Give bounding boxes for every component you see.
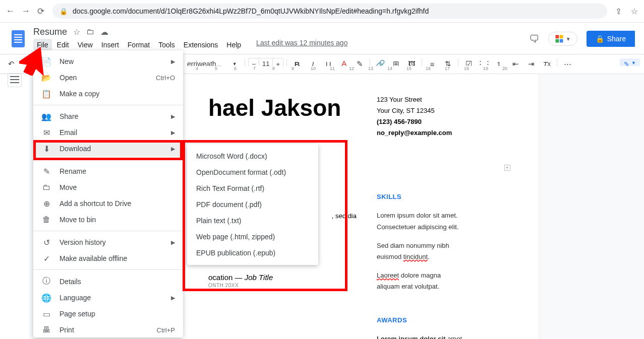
file-menu-dropdown: 📄New▶📂OpenCtrl+O📋Make a copy👥Share▶✉Emai… [33,50,183,74]
menu-tools[interactable]: Tools [155,39,179,51]
chevron-right-icon: ▶ [171,58,175,65]
back-button[interactable]: ← [6,6,15,17]
star-icon[interactable]: ☆ [73,27,80,37]
svg-marker-4 [19,45,49,74]
lock-icon: 🔒 [60,8,68,15]
address-bar[interactable]: 🔒 docs.google.com/document/d/1OlqEr8G26x… [52,4,607,19]
chevron-down-icon: ▼ [566,36,571,42]
last-edit-link[interactable]: Last edit was 12 minutes ago [256,39,347,51]
meet-button[interactable]: ▼ [548,32,577,46]
cloud-icon[interactable]: ☁ [100,27,108,37]
file-menu-open[interactable]: 📂OpenCtrl+O [33,70,183,74]
menu-extensions[interactable]: Extensions [180,39,221,51]
share-button[interactable]: 🔒 Share [587,31,635,47]
annotation-arrow [19,45,49,74]
comments-icon[interactable]: 🗨 [529,33,539,45]
forward-button[interactable]: → [22,6,30,17]
share-url-icon[interactable]: ⇪ [615,7,622,16]
svg-rect-2 [555,39,559,43]
bookmark-icon[interactable]: ☆ [631,7,638,16]
file-menu-new[interactable]: 📄New▶ [33,53,183,70]
move-icon[interactable]: 🗀 [86,27,94,37]
reload-button[interactable]: ⟳ [37,6,44,17]
lock-icon: 🔒 [596,35,604,43]
menu-bar: File Edit View Insert Format Tools Exten… [33,39,347,51]
docs-header: Resume ☆ 🗀 ☁ File Edit View Insert Forma… [0,23,644,51]
svg-rect-1 [559,35,563,39]
menu-format[interactable]: Format [124,39,153,51]
svg-rect-0 [555,35,559,39]
browser-bar: ← → ⟳ 🔒 docs.google.com/document/d/1OlqE… [0,0,644,23]
menu-help[interactable]: Help [223,39,245,51]
menu-view[interactable]: View [74,39,96,51]
document-title[interactable]: Resume [33,27,67,37]
menu-edit[interactable]: Edit [53,39,73,51]
url-text: docs.google.com/document/d/1OlqEr8G26xhi… [73,7,429,15]
svg-rect-3 [559,39,563,43]
menu-insert[interactable]: Insert [98,39,123,51]
